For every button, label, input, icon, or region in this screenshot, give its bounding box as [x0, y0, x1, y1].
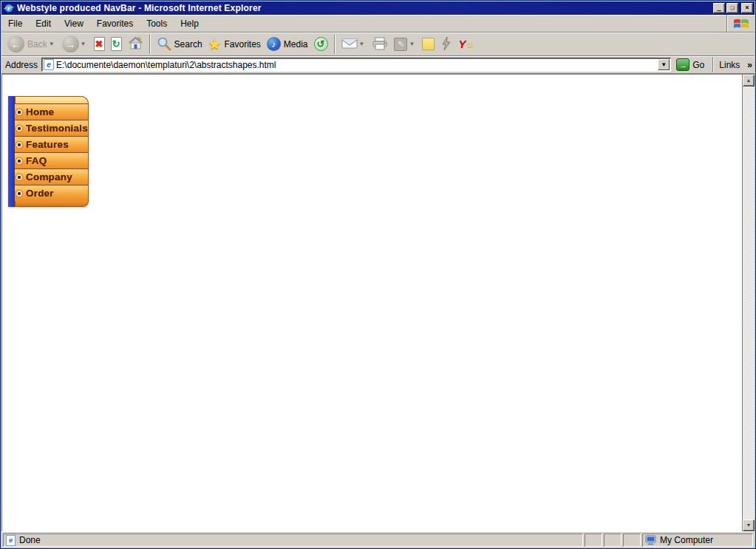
bullet-icon: [16, 174, 23, 181]
window-title: Webstyle produced NavBar - Microsoft Int…: [17, 3, 712, 13]
nav-item-testimonials[interactable]: Testimonials: [15, 120, 89, 136]
stop-icon: ✖: [94, 37, 105, 51]
restore-button[interactable]: ❏: [726, 3, 738, 13]
zone-text: My Computer: [660, 535, 713, 545]
media-label: Media: [284, 39, 308, 50]
menu-view[interactable]: View: [58, 15, 90, 32]
back-dropdown-icon[interactable]: ▼: [49, 41, 55, 47]
edit-dropdown-icon[interactable]: ▼: [409, 41, 415, 47]
stop-button[interactable]: ✖: [91, 34, 108, 55]
refresh-button[interactable]: ↻: [108, 34, 125, 55]
security-zone-panel: My Computer: [642, 533, 753, 547]
yahoo-messenger-icon: Y☺: [458, 38, 474, 50]
nav-item-order[interactable]: Order: [15, 185, 89, 201]
discuss-button[interactable]: [419, 34, 437, 55]
status-panel-2: [604, 533, 622, 547]
mail-button[interactable]: ▼: [338, 34, 370, 55]
browser-viewport: Home Testimonials Features FAQ: [1, 73, 755, 531]
favorites-icon: ★: [208, 37, 222, 52]
nav-label: Order: [26, 188, 54, 199]
address-dropdown-icon[interactable]: ▼: [658, 59, 670, 70]
notes-icon: [422, 38, 435, 50]
history-icon: ↺: [314, 37, 328, 51]
address-input[interactable]: [54, 59, 657, 70]
menu-bar: File Edit View Favorites Tools Help: [1, 15, 755, 33]
navbar-blue-strip: [8, 96, 15, 207]
minimize-button[interactable]: _: [713, 3, 725, 13]
nav-label: FAQ: [26, 155, 47, 166]
messenger-button[interactable]: [437, 34, 455, 55]
status-message-panel: e Done: [3, 533, 583, 547]
nav-item-faq[interactable]: FAQ: [15, 152, 89, 168]
back-icon: ←: [7, 35, 24, 52]
links-chevron-icon[interactable]: »: [747, 60, 752, 70]
navbar-bottom-cap: [15, 201, 89, 207]
nav-item-home[interactable]: Home: [15, 103, 89, 120]
nav-label: Company: [26, 171, 72, 183]
menu-help[interactable]: Help: [174, 15, 205, 32]
page-icon: e: [44, 59, 54, 70]
yahoo-button[interactable]: Y☺: [455, 34, 477, 55]
status-panel-3: [623, 533, 641, 547]
history-button[interactable]: ↺: [311, 34, 331, 55]
nav-label: Testimonials: [26, 123, 88, 134]
edit-icon: ⇖: [394, 38, 407, 51]
favorites-label: Favorites: [225, 39, 261, 50]
back-button[interactable]: ← Back ▼: [4, 34, 59, 55]
menu-tools[interactable]: Tools: [140, 15, 174, 32]
mail-icon: [341, 38, 358, 51]
menu-edit[interactable]: Edit: [29, 15, 58, 32]
status-text: Done: [19, 535, 41, 545]
menu-favorites[interactable]: Favorites: [90, 15, 140, 32]
home-icon: [128, 36, 143, 52]
close-button[interactable]: ×: [741, 3, 753, 13]
go-label: Go: [692, 60, 704, 70]
nav-label: Features: [26, 139, 69, 150]
navbar-body: Home Testimonials Features FAQ: [15, 96, 89, 207]
scroll-up-icon[interactable]: ▲: [743, 75, 755, 86]
links-bar: Links »: [712, 57, 752, 72]
menu-file[interactable]: File: [1, 15, 29, 32]
address-bar: Address e ▼ → Go Links »: [1, 56, 755, 73]
bullet-icon: [16, 141, 23, 149]
toolbar-separator: [149, 35, 151, 54]
favorites-button[interactable]: ★ Favorites: [205, 34, 264, 55]
nav-item-features[interactable]: Features: [15, 136, 89, 152]
status-panel-1: [585, 533, 602, 547]
bullet-icon: [16, 157, 23, 165]
scroll-down-icon[interactable]: ▼: [743, 519, 755, 531]
edit-button[interactable]: ⇖ ▼: [391, 34, 419, 55]
toolbar-separator: [334, 35, 336, 54]
print-button[interactable]: [369, 34, 391, 55]
home-button[interactable]: [125, 34, 146, 55]
search-icon: [157, 36, 171, 52]
refresh-icon: ↻: [111, 37, 122, 51]
back-label: Back: [27, 39, 47, 50]
search-label: Search: [174, 39, 202, 50]
bullet-icon: [16, 125, 23, 132]
links-label[interactable]: Links: [719, 60, 740, 70]
ie-logo-icon: e: [4, 3, 14, 13]
lightning-icon: [440, 36, 452, 52]
media-button[interactable]: ♪ Media: [264, 34, 311, 55]
scrollbar-track[interactable]: [743, 86, 755, 519]
media-icon: ♪: [267, 37, 281, 51]
address-combo: e ▼: [41, 58, 671, 72]
go-button[interactable]: → Go: [675, 57, 708, 72]
site-navbar: Home Testimonials Features FAQ: [8, 96, 86, 207]
bullet-icon: [16, 190, 23, 197]
menu-spacer: [205, 15, 726, 32]
print-icon: [372, 37, 388, 52]
forward-button[interactable]: → ▼: [59, 34, 91, 55]
nav-item-company[interactable]: Company: [15, 168, 89, 185]
title-bar: e Webstyle produced NavBar - Microsoft I…: [1, 1, 755, 15]
search-button[interactable]: Search: [154, 34, 205, 55]
vertical-scrollbar[interactable]: ▲ ▼: [742, 75, 755, 531]
forward-dropdown-icon[interactable]: ▼: [81, 41, 86, 47]
mail-dropdown-icon[interactable]: ▼: [359, 41, 365, 47]
go-arrow-icon: →: [676, 58, 689, 71]
nav-label: Home: [26, 106, 54, 117]
status-bar: e Done My Computer: [1, 531, 755, 548]
windows-logo-icon: [726, 15, 755, 32]
my-computer-icon: [645, 535, 657, 545]
